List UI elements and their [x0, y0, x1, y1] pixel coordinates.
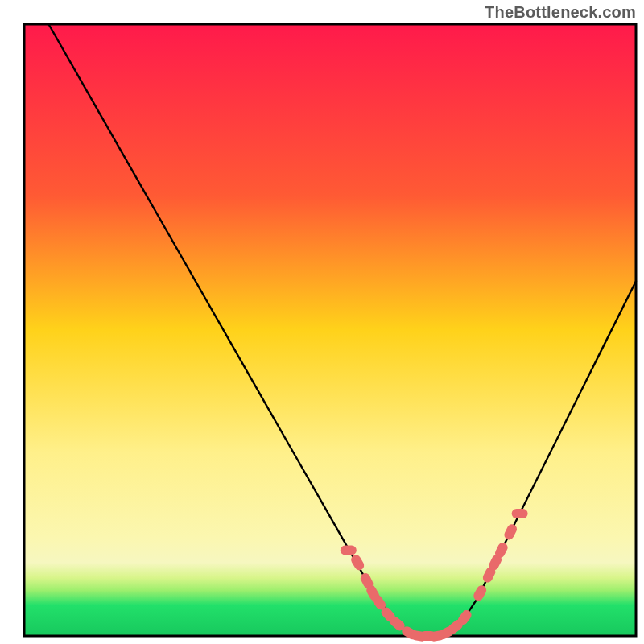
- chart-stage: TheBottleneck.com: [0, 0, 644, 644]
- svg-rect-2: [341, 546, 357, 555]
- bottleneck-chart: [0, 0, 644, 644]
- svg-rect-0: [24, 24, 636, 636]
- watermark-text: TheBottleneck.com: [485, 3, 636, 22]
- svg-rect-21: [512, 509, 528, 518]
